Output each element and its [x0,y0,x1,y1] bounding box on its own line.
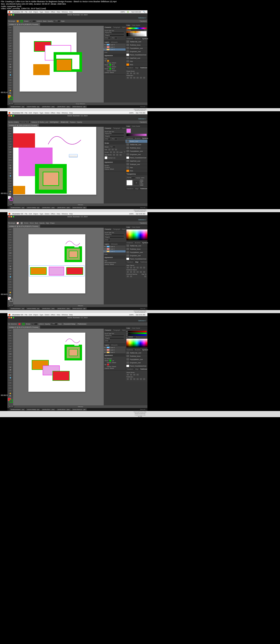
tab-layers[interactable]: Layers [105,42,109,43]
pathfinder-btn[interactable] [130,72,132,74]
edit-symbol-btn[interactable]: Edit Symbol [49,121,59,123]
tab-paragraph[interactable]: Paragraph [113,26,120,28]
menu-type[interactable]: Type [39,112,43,114]
swatch-grid[interactable] [126,31,147,36]
document-tab[interactable]: Untitled-3* @ 56.67% (RGB/GPU Preview) [7,23,40,26]
pen-tool[interactable]: ✒ [8,32,13,34]
shape-rect[interactable] [52,371,69,381]
menu-file[interactable]: File [25,11,27,13]
symbol-item[interactable]: Film [126,60,147,63]
pathfinder-btn[interactable] [136,77,139,79]
min-dot[interactable] [10,14,12,16]
tab-stroke[interactable]: Stroke [105,142,109,144]
tab-artboards[interactable]: Artboards [111,42,117,43]
tab-pathfinder[interactable]: Pathfinder [140,67,147,68]
shape-curve[interactable] [46,133,83,146]
tab-swatches[interactable]: Swatches [126,38,133,40]
shape-curve[interactable] [64,240,81,246]
document-tab[interactable]: Untitled-3* @ 150% (RGB/GPU Preview) [7,124,39,127]
shape-rect[interactable] [69,349,78,356]
canvas[interactable] [13,26,104,102]
symbol-item[interactable]: ✕Panel_CloseButtonOver [126,53,147,56]
stroke-profile[interactable]: Uniform [37,20,42,22]
free-transform-tool[interactable]: ⬚ [8,60,13,63]
align-label[interactable]: Align [46,222,49,224]
fill-swatch[interactable] [18,323,20,325]
apple-icon[interactable]: 🍎 [8,112,10,114]
direct-select-tool[interactable]: ▹ [8,29,13,31]
slice-tool[interactable]: ✂ [8,87,13,89]
menu-type[interactable]: Type [39,11,43,13]
shape-rect[interactable] [30,267,47,275]
pathfinder-btn[interactable] [130,77,132,79]
symbol-item[interactable]: Button_over [126,140,147,143]
artboard-tool[interactable]: ▢ [8,84,13,86]
symbol-item[interactable]: TextArea_focus [126,146,147,150]
line-tool[interactable]: ╱ [8,40,13,42]
symbol-item[interactable]: TabBar-tab_over [126,40,147,43]
apple-icon[interactable]: 🍎 [8,11,10,13]
symbol-item[interactable]: TextInput_over [126,163,147,166]
stroke-weight[interactable]: 1 pt [30,20,36,22]
menu-select[interactable]: Select [45,112,49,114]
symbol-item[interactable]: RSS [126,169,147,172]
stroke-swatch[interactable] [20,20,23,22]
hand-tool[interactable]: ✋ [8,89,13,92]
type-tool[interactable]: T [8,37,13,39]
selection-tool[interactable]: ▸ [8,127,13,130]
pathfinder-btn[interactable] [143,77,145,79]
menu-help[interactable]: Help [69,11,73,13]
hex-value[interactable]: 000000 [128,336,136,338]
make-mask-btn[interactable]: Make Mask [140,179,147,182]
menu-edit[interactable]: Edit [29,112,32,114]
mesh-tool[interactable]: # [8,68,13,71]
eyedropper-tool[interactable]: 💧 [8,74,13,76]
color-spectrum[interactable] [126,339,147,348]
symbol-spray-tool[interactable]: ✦ [8,79,13,81]
menu-object[interactable]: Object [33,112,38,114]
menu-view[interactable]: View [56,112,60,114]
symbol-item[interactable]: PopUpButton_over [126,47,147,50]
zoom-tool[interactable]: 🔍 [8,92,13,94]
tab-symbols[interactable]: Symbols [142,38,148,40]
stroke-mixed[interactable]: Mixed [30,222,34,224]
font-weight[interactable]: Regular [105,34,124,36]
file-tab[interactable]: hardwood-leave-....jpg [10,106,25,108]
visibility-icon[interactable] [104,46,106,48]
graph-tool[interactable]: ▯ [8,82,13,84]
shape-builder-tool[interactable]: ◉ [8,63,13,66]
app-name[interactable]: Illustrator CC [12,11,23,13]
tab-transparency[interactable]: Transparency [126,173,136,175]
visibility-icon[interactable] [104,44,106,46]
brush-def[interactable]: Basic [43,20,47,22]
fill-swatch[interactable] [17,20,19,22]
appearance-fill[interactable]: Fill: [105,60,107,62]
eraser-tool[interactable]: ⌫ [8,50,13,52]
fill-stroke-indicator[interactable] [8,95,13,100]
tab-brushes[interactable]: Brushes [135,38,140,40]
shape-label[interactable]: Shape: [50,222,55,224]
hue-strip[interactable] [126,28,147,29]
rotate-tool[interactable]: ↻ [8,52,13,55]
font-family[interactable]: Myriad Pro [105,32,124,34]
symbol-button[interactable] [74,246,79,248]
menu-file[interactable]: File [25,112,27,114]
canvas[interactable] [13,329,104,405]
gradient-tool[interactable]: ▮ [8,71,13,73]
pathfinder-btn[interactable] [133,77,136,79]
file-tab[interactable]: pexels-photo-....jpeg [41,106,56,108]
shape-rect[interactable] [49,267,64,276]
shape-rect[interactable] [13,186,25,194]
scale-tool[interactable]: ⤢ [8,55,13,58]
rectangle-tool[interactable]: ▭ [8,42,13,44]
workspace-name[interactable]: Skillshare 2 [138,17,146,18]
visibility-icon[interactable] [104,48,106,50]
tab-transform[interactable]: Transform [126,67,133,68]
menu-window[interactable]: Window [62,112,68,114]
appearance-stroke[interactable]: Stroke: [105,68,109,70]
fill-swatch[interactable] [17,222,19,224]
shaper-tool[interactable]: ✏ [8,47,13,50]
stroke-swatch[interactable] [20,222,23,224]
tab-colorguide[interactable]: Color Guide [132,24,140,26]
symbol-item[interactable]: Film [126,166,147,169]
